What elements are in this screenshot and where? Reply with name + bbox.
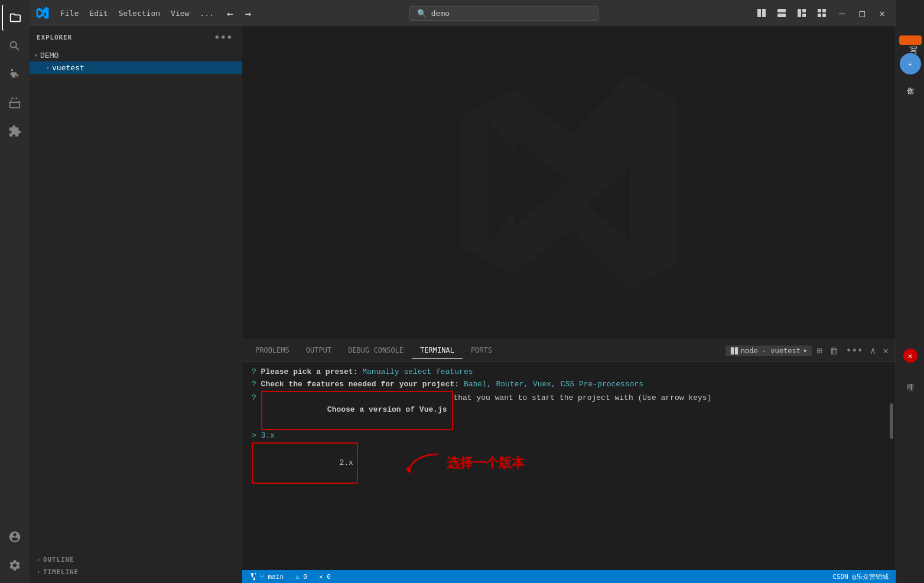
tab-ports[interactable]: PORTS [463, 343, 500, 359]
dropdown-icon: ▾ [803, 347, 807, 355]
csdn-text: CSDN @乐众营销城 [832, 572, 889, 581]
timeline-section[interactable]: › TIMELINE [30, 566, 242, 578]
right-close-button[interactable]: ✕ [903, 349, 918, 363]
terminal-content[interactable]: ? Please pick a preset: Manually select … [242, 361, 896, 570]
node-vuetest-button[interactable]: node - vuetest ▾ [725, 346, 812, 356]
svg-rect-12 [735, 347, 738, 354]
create-icon: ✦ [908, 60, 912, 68]
menu-bar: File Edit Selection View ... [56, 6, 219, 20]
tab-output[interactable]: OUTPUT [298, 343, 340, 359]
prompt-3: ? [252, 392, 261, 405]
search-icon[interactable] [2, 33, 28, 59]
selection-menu[interactable]: Selection [114, 6, 165, 20]
svg-rect-0 [757, 9, 761, 17]
write-button[interactable]: 写 [899, 35, 922, 45]
minimize-button[interactable]: — [833, 4, 851, 22]
svg-rect-9 [818, 14, 821, 17]
outline-section[interactable]: › OUTLINE [30, 553, 242, 566]
view-menu[interactable]: View [166, 6, 194, 20]
line3-bold: Choose a version of Vue.js [327, 405, 452, 414]
sidebar-header: EXPLORER ••• [30, 26, 242, 49]
close-button[interactable]: ✕ [873, 4, 891, 22]
split-terminal-button[interactable]: ⊞ [814, 344, 825, 357]
terminal-option-3x: > 3.x [252, 430, 886, 442]
line1-bold: Please pick a preset: [261, 366, 363, 379]
terminal-toolbar: node - vuetest ▾ ⊞ 🗑 ••• ∧ ✕ [725, 344, 891, 357]
option-3x-text: > 3.x [252, 430, 275, 442]
terminal-tabs: PROBLEMS OUTPUT DEBUG CONSOLE TERMINAL P… [242, 340, 896, 361]
line2-value: Babel, Router, Vuex, CSS Pre-processors [464, 379, 643, 391]
status-bar: ⑂ main ⚠ 0 ✕ 0 CSDN @乐众营销城 [242, 570, 896, 583]
window-controls: — □ ✕ [753, 4, 891, 22]
demo-folder[interactable]: ▾ DEMO [30, 49, 242, 61]
terminal-line-1: ? Please pick a preset: Manually select … [252, 366, 886, 379]
explorer-title: EXPLORER [37, 34, 72, 41]
settings-icon[interactable] [2, 552, 28, 578]
account-icon[interactable] [2, 524, 28, 550]
warning-count: ⚠ 0 [295, 573, 307, 581]
svg-rect-8 [822, 9, 826, 12]
vscode-watermark [445, 58, 693, 308]
source-control-icon[interactable] [2, 61, 28, 87]
timeline-chevron-icon: › [37, 569, 41, 575]
terminal-line-3: ? Choose a version of Vue.js that you wa… [252, 391, 886, 430]
vuetest-folder[interactable]: ▾ vuetest [30, 61, 242, 74]
line3-paren: (Use arrow keys) [633, 392, 712, 405]
status-branch[interactable]: ⑂ main [247, 572, 286, 581]
svg-rect-3 [777, 14, 786, 17]
error-count: ✕ 0 [319, 573, 331, 581]
nav-back-button[interactable]: ← [223, 5, 237, 22]
edit-menu[interactable]: Edit [84, 6, 112, 20]
status-warnings[interactable]: ⚠ 0 [293, 573, 310, 581]
layout-toggle-1[interactable] [753, 4, 770, 22]
activity-bar [0, 0, 30, 583]
editor-area: PROBLEMS OUTPUT DEBUG CONSOLE TERMINAL P… [242, 26, 896, 583]
chevron-down-icon: ▾ [34, 52, 38, 58]
vuetest-folder-label: vuetest [52, 63, 84, 72]
svg-rect-10 [822, 14, 826, 17]
terminal-option-2x: 2.x [252, 442, 358, 484]
svg-rect-7 [818, 9, 821, 12]
terminal-scrollbar[interactable] [890, 403, 893, 439]
more-menu[interactable]: ... [195, 6, 218, 20]
tab-problems[interactable]: PROBLEMS [247, 343, 298, 359]
sidebar-more-button[interactable]: ••• [212, 31, 235, 44]
tab-terminal[interactable]: TERMINAL [412, 343, 463, 359]
files-icon[interactable] [2, 5, 28, 31]
extensions-icon[interactable] [2, 118, 28, 144]
file-menu[interactable]: File [56, 6, 83, 20]
layout-toggle-4[interactable] [813, 4, 831, 22]
red-arrow-icon [405, 451, 441, 475]
search-text: demo [431, 9, 450, 18]
timeline-label: TIMELINE [43, 568, 79, 576]
create-button[interactable]: ✦ [900, 53, 921, 74]
terminal-more-button[interactable]: ••• [844, 344, 866, 357]
kill-terminal-button[interactable]: 🗑 [827, 344, 841, 357]
annotation-text: 选择一个版本 [447, 452, 525, 473]
node-label: node - vuetest [741, 347, 801, 355]
svg-rect-5 [802, 9, 806, 12]
chevron-right-icon: ▾ [46, 64, 50, 71]
svg-rect-4 [798, 9, 801, 17]
svg-rect-2 [777, 9, 786, 12]
status-errors[interactable]: ✕ 0 [317, 573, 333, 581]
tab-debug-console[interactable]: DEBUG CONSOLE [340, 343, 412, 359]
svg-rect-1 [762, 9, 766, 17]
outline-chevron-icon: › [37, 556, 41, 563]
terminal-panel: PROBLEMS OUTPUT DEBUG CONSOLE TERMINAL P… [242, 340, 896, 570]
maximize-button[interactable]: □ [853, 4, 871, 22]
status-csdn: CSDN @乐众营销城 [830, 572, 891, 581]
title-search-box[interactable]: 🔍 demo [409, 6, 598, 21]
layout-toggle-2[interactable] [773, 4, 790, 22]
terminal-maximize-button[interactable]: ∧ [868, 344, 879, 357]
outline-label: OUTLINE [43, 556, 74, 564]
run-debug-icon[interactable] [2, 90, 28, 116]
nav-forward-button[interactable]: → [242, 5, 255, 22]
far-right-panel: 写 ✦ 创作 ✕ 理 [896, 0, 924, 583]
layout-toggle-3[interactable] [793, 4, 811, 22]
editor-main [242, 26, 896, 340]
terminal-line-2: ? Check the features needed for your pro… [252, 379, 886, 391]
terminal-close-button[interactable]: ✕ [880, 344, 891, 357]
option-2x-text: 2.x [330, 458, 353, 467]
annotation-container: 选择一个版本 [405, 451, 525, 475]
